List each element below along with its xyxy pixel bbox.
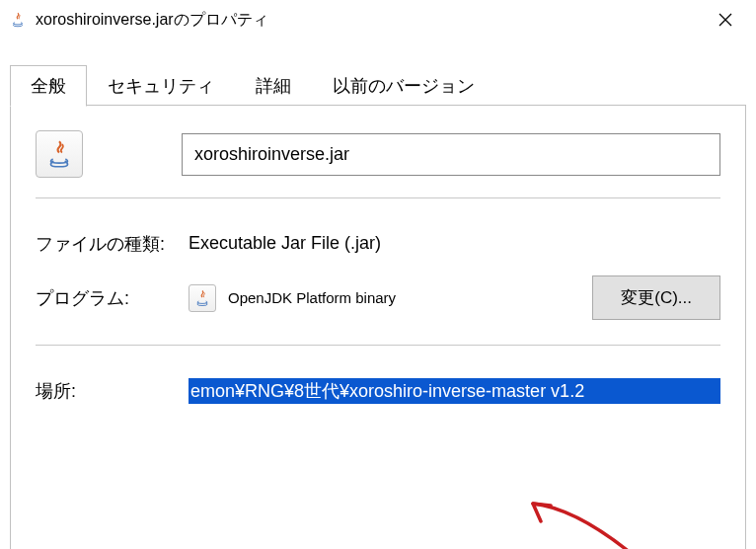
filetype-row: ファイルの種類: Executable Jar File (.jar) — [36, 216, 720, 271]
tab-security[interactable]: セキュリティ — [87, 65, 235, 107]
tab-panel: ファイルの種類: Executable Jar File (.jar) プログラ… — [10, 105, 746, 549]
location-label: 場所: — [36, 379, 189, 403]
location-value[interactable]: emon¥RNG¥8世代¥xoroshiro-inverse-master v1… — [189, 378, 720, 404]
window-title: xoroshiroinverse.jarのプロパティ — [36, 10, 703, 31]
filename-input[interactable] — [182, 133, 720, 176]
java-file-icon — [36, 130, 83, 178]
tabs: 全般 セキュリティ 詳細 以前のバージョン — [10, 64, 746, 106]
java-icon — [8, 10, 28, 30]
filetype-value: Executable Jar File (.jar) — [189, 233, 720, 254]
annotation-arrow — [508, 494, 656, 549]
divider — [36, 345, 720, 346]
tab-previous-versions[interactable]: 以前のバージョン — [312, 65, 495, 107]
divider — [36, 197, 720, 198]
program-row: プログラム: OpenJDK Platform binary 変更(C)... — [36, 271, 720, 325]
location-row: 場所: emon¥RNG¥8世代¥xoroshiro-inverse-maste… — [36, 363, 720, 418]
filename-row — [36, 130, 720, 178]
change-button[interactable]: 変更(C)... — [592, 275, 720, 320]
program-value: OpenJDK Platform binary — [228, 289, 396, 306]
titlebar: xoroshiroinverse.jarのプロパティ — [0, 0, 756, 39]
filetype-label: ファイルの種類: — [36, 232, 189, 256]
program-label: プログラム: — [36, 286, 189, 310]
tab-general[interactable]: 全般 — [10, 65, 87, 107]
java-program-icon — [189, 284, 216, 312]
tabs-container: 全般 セキュリティ 詳細 以前のバージョン ファイルの種類: Executabl… — [0, 64, 756, 549]
tab-details[interactable]: 詳細 — [235, 65, 312, 107]
close-button[interactable] — [703, 4, 748, 36]
close-icon — [718, 13, 732, 27]
